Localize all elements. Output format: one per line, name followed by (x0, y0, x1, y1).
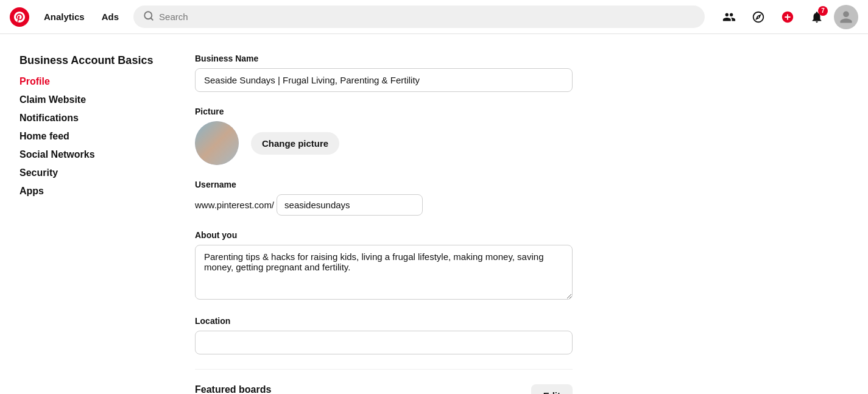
sidebar-item-social-networks[interactable]: Social Networks (19, 146, 161, 164)
sidebar: Business Account Basics Profile Claim We… (0, 34, 171, 394)
avatar[interactable] (834, 5, 858, 29)
notifications-icon-button[interactable]: 7 (805, 5, 829, 29)
nav-analytics[interactable]: Analytics (37, 8, 92, 26)
header-actions: 7 (717, 5, 858, 29)
content: Business Name Picture Change picture Use… (171, 34, 597, 394)
sidebar-item-notifications[interactable]: Notifications (19, 109, 161, 127)
profile-picture (195, 121, 239, 165)
sidebar-section-title[interactable]: Business Account Basics (19, 54, 161, 68)
location-input[interactable] (195, 331, 573, 354)
featured-boards-title: Featured boards (195, 384, 413, 394)
business-name-input[interactable] (195, 68, 573, 92)
profile-pic-inner (195, 121, 239, 165)
sidebar-item-claim-website[interactable]: Claim Website (19, 91, 161, 109)
sidebar-item-security[interactable]: Security (19, 164, 161, 182)
people-icon-button[interactable] (717, 5, 741, 29)
add-icon-button[interactable] (775, 5, 800, 29)
about-textarea[interactable]: Parenting tips & hacks for raising kids,… (195, 245, 573, 300)
location-label: Location (195, 316, 573, 326)
featured-boards-section: Featured boards Feature your best ideas … (195, 369, 573, 394)
search-bar (133, 5, 705, 28)
username-section: Username www.pinterest.com/ (195, 180, 573, 216)
username-input[interactable] (277, 194, 423, 216)
sidebar-nav: Profile Claim Website Notifications Home… (19, 72, 161, 200)
notification-badge: 7 (818, 6, 828, 16)
main-layout: Business Account Basics Profile Claim We… (0, 34, 868, 394)
business-name-label: Business Name (195, 54, 573, 63)
sidebar-item-home-feed[interactable]: Home feed (19, 127, 161, 146)
edit-button[interactable]: Edit (531, 384, 573, 394)
search-input[interactable] (159, 12, 695, 22)
sidebar-item-apps[interactable]: Apps (19, 182, 161, 200)
picture-label: Picture (195, 107, 573, 116)
username-row: www.pinterest.com/ (195, 194, 573, 216)
about-label: About you (195, 230, 573, 240)
picture-row: Change picture (195, 121, 573, 165)
change-picture-button[interactable]: Change picture (251, 132, 339, 155)
username-label: Username (195, 180, 573, 189)
header: Analytics Ads (0, 0, 868, 34)
svg-line-1 (151, 18, 153, 19)
username-prefix: www.pinterest.com/ (195, 200, 277, 210)
header-nav: Analytics Ads (37, 8, 126, 26)
picture-section: Picture Change picture (195, 107, 573, 165)
about-section: About you Parenting tips & hacks for rai… (195, 230, 573, 301)
pinterest-logo[interactable] (10, 7, 29, 27)
business-name-section: Business Name (195, 54, 573, 92)
sidebar-item-profile[interactable]: Profile (19, 72, 161, 91)
compass-icon-button[interactable] (746, 5, 771, 29)
featured-boards-text: Featured boards Feature your best ideas … (195, 384, 413, 394)
nav-ads[interactable]: Ads (94, 8, 126, 26)
search-icon (143, 10, 154, 23)
location-section: Location (195, 316, 573, 354)
